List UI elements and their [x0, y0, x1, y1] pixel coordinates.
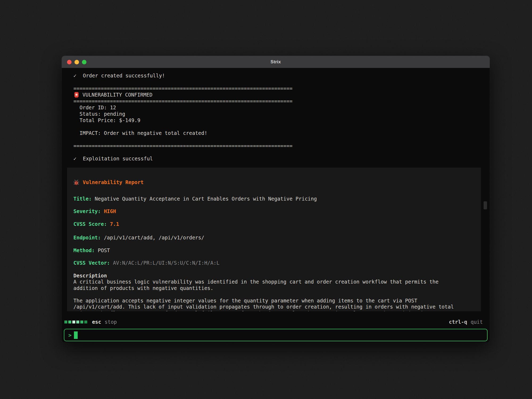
minimize-button[interactable]	[74, 60, 79, 64]
method-value: POST	[98, 247, 110, 253]
activity-spinner-icon	[64, 321, 87, 323]
impact-line: IMPACT: Order with negative total create…	[73, 130, 490, 136]
cvss-vector-value: AV:N/AC:L/PR:L/UI:N/S:U/C:N/I:H/A:L	[113, 260, 219, 266]
cvss-score-value: 7.1	[110, 221, 119, 227]
description-paragraph-2-line: The application accepts negative integer…	[73, 298, 475, 304]
zoom-button[interactable]	[82, 60, 86, 64]
exploitation-success-text: Exploitation successful	[83, 155, 153, 162]
title-label: Title:	[73, 196, 92, 202]
order-status-line: Status: pending	[73, 111, 490, 117]
description-paragraph-2-line: prices. The flaw represents a fundamenta…	[73, 310, 475, 311]
terminal-output-area: ✓Order created successfully! ===========…	[62, 68, 490, 343]
order-total-line: Total Price: $-149.9	[73, 117, 490, 123]
description-paragraph-1-line: addition of products with negative quant…	[73, 285, 475, 292]
status-bar: esc stop ctrl-q quit	[64, 318, 483, 326]
order-id-line: Order ID: 12	[73, 104, 490, 111]
traffic-lights	[67, 56, 86, 68]
description-paragraph-2-line: /api/v1/cart/add. This lack of input val…	[73, 304, 475, 310]
severity-label: Severity:	[73, 208, 101, 214]
cvss-vector-label: CVSS Vector:	[73, 260, 110, 266]
prompt-icon: >	[68, 332, 72, 338]
report-cvss-score-row: CVSS Score: 7.1	[73, 221, 475, 227]
cvss-score-label: CVSS Score:	[73, 221, 107, 227]
bug-icon	[73, 180, 79, 185]
report-title-row: Title: Negative Quantity Acceptance in C…	[73, 196, 475, 202]
text-cursor	[74, 331, 78, 339]
ctrl-q-key-hint: ctrl-q	[449, 319, 467, 325]
quit-action-label: quit	[471, 319, 483, 325]
method-label: Method:	[73, 247, 95, 253]
endpoint-label: Endpoint:	[73, 235, 101, 240]
titlebar[interactable]: Strix	[62, 56, 490, 68]
scrollbar-thumb[interactable]	[484, 201, 487, 209]
report-cvss-vector-row: CVSS Vector: AV:N/AC:L/PR:L/UI:N/S:U/C:N…	[73, 260, 475, 266]
command-input[interactable]: >	[64, 329, 488, 341]
window-title: Strix	[271, 59, 281, 65]
vulnerability-report-panel: Vulnerability Report Title: Negative Qua…	[67, 168, 481, 311]
separator-line: ========================================…	[73, 98, 490, 104]
strix-app-window: Strix ✓Order created successfully! =====…	[62, 56, 490, 343]
endpoint-value: /api/v1/cart/add, /api/v1/orders/	[104, 235, 204, 240]
report-description-section: Description A critical business logic vu…	[73, 273, 475, 311]
report-heading: Vulnerability Report	[83, 179, 144, 186]
description-paragraph-1-line: A critical business logic vulnerability …	[73, 279, 475, 285]
report-method-row: Method: POST	[73, 247, 475, 254]
close-button[interactable]	[67, 60, 72, 64]
separator-line: ========================================…	[73, 143, 490, 149]
separator-line: ========================================…	[73, 85, 490, 92]
report-severity-row: Severity: HIGH	[73, 208, 475, 215]
checkmark-icon: ✓	[73, 72, 76, 79]
checkmark-icon: ✓	[73, 155, 76, 162]
stop-action-label: stop	[105, 319, 117, 325]
title-value: Negative Quantity Acceptance in Cart Ena…	[95, 196, 317, 202]
rotating-light-icon	[73, 92, 79, 98]
report-endpoint-row: Endpoint: /api/v1/cart/add, /api/v1/orde…	[73, 235, 475, 241]
esc-key-hint: esc	[92, 319, 101, 325]
vulnerability-confirmed-title: VULNERABILITY CONFIRMED	[82, 92, 152, 98]
description-heading: Description	[73, 273, 475, 279]
order-success-line: ✓Order created successfully!	[73, 72, 490, 79]
vulnerability-confirmed-banner: VULNERABILITY CONFIRMED	[73, 92, 490, 98]
report-heading-row: Vulnerability Report	[73, 179, 475, 186]
order-success-text: Order created successfully!	[83, 72, 165, 79]
severity-value: HIGH	[104, 208, 116, 214]
exploitation-success-line: ✓Exploitation successful	[73, 155, 490, 162]
